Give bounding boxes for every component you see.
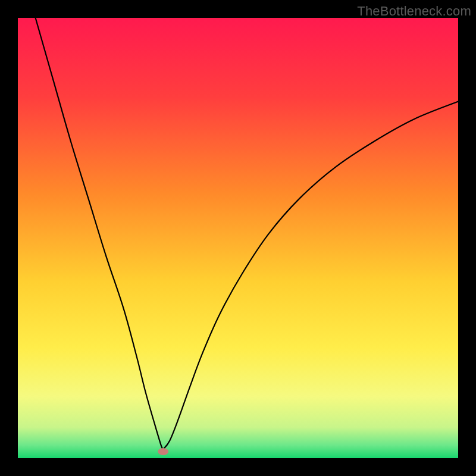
chart-background-gradient (18, 18, 458, 458)
chart-vertex-marker (158, 448, 168, 455)
chart-plot-area (18, 18, 458, 458)
watermark-text: TheBottleneck.com (357, 4, 471, 19)
chart-svg (18, 18, 458, 458)
